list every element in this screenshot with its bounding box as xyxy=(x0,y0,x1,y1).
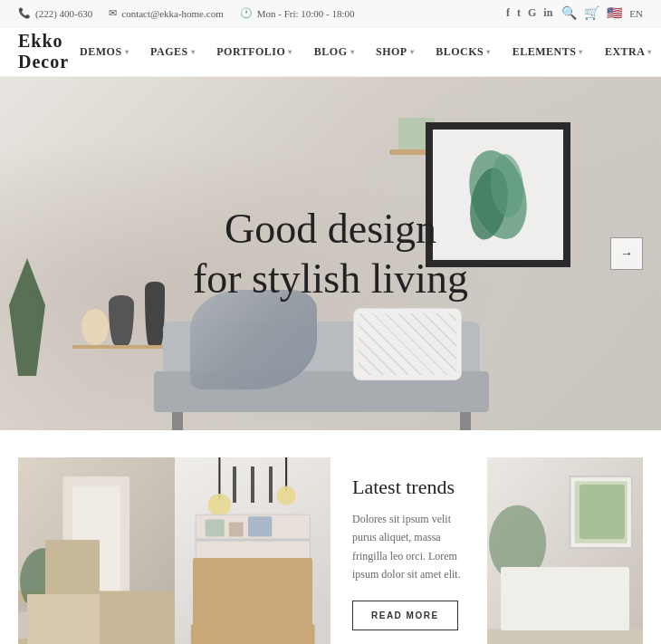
vase-3 xyxy=(81,309,109,345)
trends-description: Dolores sit ipsum velit purus aliquet, m… xyxy=(352,510,465,584)
svg-rect-22 xyxy=(205,519,224,536)
chevron-down-icon: ▾ xyxy=(125,48,129,56)
svg-point-31 xyxy=(581,488,619,536)
chevron-down-icon: ▾ xyxy=(579,48,583,56)
svg-rect-21 xyxy=(196,586,310,589)
phone-item: 📞 (222) 400-630 xyxy=(18,7,92,19)
nav-menu: DEMOS ▾ PAGES ▾ PORTFOLIO ▾ BLOG ▾ SHOP … xyxy=(69,27,661,77)
top-bar: 📞 (222) 400-630 ✉ contact@ekka-home.com … xyxy=(0,0,661,27)
plant-left xyxy=(0,249,54,376)
svg-rect-41 xyxy=(487,630,644,644)
svg-point-39 xyxy=(538,594,543,600)
svg-rect-33 xyxy=(513,577,522,606)
top-bar-right: f t G in 🔍 🛒 🇺🇸 EN xyxy=(506,5,643,21)
svg-point-32 xyxy=(489,505,546,582)
twitter-icon[interactable]: t xyxy=(517,6,521,20)
instagram-icon[interactable]: in xyxy=(543,6,552,20)
clock-icon: 🕐 xyxy=(240,7,253,19)
hero-section: Good design for stylish living → xyxy=(0,77,661,430)
chevron-down-icon: ▾ xyxy=(288,48,292,56)
cart-icon[interactable]: 🛒 xyxy=(584,5,599,21)
blanket xyxy=(190,290,317,389)
chevron-down-icon: ▾ xyxy=(191,48,196,56)
svg-rect-35 xyxy=(517,586,565,607)
bottom-image-2 xyxy=(175,457,331,644)
svg-rect-20 xyxy=(196,562,310,565)
email-icon: ✉ xyxy=(109,7,117,19)
svg-rect-25 xyxy=(190,624,314,644)
site-logo[interactable]: Ekko Decor xyxy=(18,31,69,72)
chevron-down-icon: ▾ xyxy=(350,48,355,56)
nav-item-elements[interactable]: ELEMENTS ▾ xyxy=(502,27,594,77)
svg-rect-29 xyxy=(570,476,631,548)
email-address: contact@ekka-home.com xyxy=(121,8,223,19)
room-image-4 xyxy=(487,457,644,644)
plant-leaf xyxy=(5,258,50,376)
svg-point-15 xyxy=(207,494,230,516)
language-selector[interactable]: EN xyxy=(629,8,643,19)
room-image-1 xyxy=(18,457,175,644)
social-links[interactable]: f t G in xyxy=(506,6,552,20)
leaf-artwork xyxy=(457,145,539,245)
nav-item-portfolio[interactable]: PORTFOLIO ▾ xyxy=(206,27,303,77)
utility-icons: 🔍 🛒 🇺🇸 EN xyxy=(561,5,643,21)
hours-item: 🕐 Mon - Fri: 10:00 - 18:00 xyxy=(240,7,355,19)
nav-item-blocks[interactable]: BLOCKS ▾ xyxy=(425,27,502,77)
trends-title: Latest trends xyxy=(352,476,465,499)
svg-rect-24 xyxy=(247,516,271,536)
main-nav: Ekko Decor DEMOS ▾ PAGES ▾ PORTFOLIO ▾ B… xyxy=(0,27,661,77)
hero-next-arrow[interactable]: → xyxy=(610,237,643,270)
room-image-2 xyxy=(175,457,331,644)
bottom-text-section: Latest trends Dolores sit ipsum velit pu… xyxy=(330,457,487,644)
svg-rect-36 xyxy=(570,586,618,607)
chevron-down-icon: ▾ xyxy=(647,48,652,56)
svg-point-40 xyxy=(590,594,596,600)
svg-rect-34 xyxy=(513,582,622,630)
bottom-image-4 xyxy=(487,457,644,644)
chevron-down-icon: ▾ xyxy=(410,48,415,56)
bottom-image-1 xyxy=(18,457,175,644)
svg-rect-7 xyxy=(18,591,175,644)
facebook-icon[interactable]: f xyxy=(506,6,510,20)
google-icon[interactable]: G xyxy=(528,6,536,20)
business-hours: Mon - Fri: 10:00 - 18:00 xyxy=(257,8,355,19)
svg-rect-26 xyxy=(219,615,286,627)
hero-title: Good design for stylish living xyxy=(193,204,468,303)
sofa xyxy=(163,312,480,430)
phone-number: (222) 400-630 xyxy=(35,8,92,19)
svg-rect-23 xyxy=(228,523,243,537)
svg-rect-37 xyxy=(517,610,565,624)
svg-point-17 xyxy=(276,486,295,505)
nav-item-demos[interactable]: DEMOS ▾ xyxy=(69,27,139,77)
svg-rect-19 xyxy=(196,538,310,541)
sofa-leg-left xyxy=(172,412,183,430)
top-bar-left: 📞 (222) 400-630 ✉ contact@ekka-home.com … xyxy=(18,7,355,19)
nav-item-shop[interactable]: SHOP ▾ xyxy=(365,27,425,77)
vase-2 xyxy=(145,282,165,345)
sofa-leg-right xyxy=(460,412,471,430)
bottom-section: Latest trends Dolores sit ipsum velit pu… xyxy=(0,430,661,644)
bottom-grid: Latest trends Dolores sit ipsum velit pu… xyxy=(18,457,643,639)
email-item: ✉ contact@ekka-home.com xyxy=(109,7,223,19)
svg-rect-11 xyxy=(18,602,34,612)
vase-1 xyxy=(109,295,134,345)
svg-rect-10 xyxy=(18,610,72,639)
nav-item-blog[interactable]: BLOG ▾ xyxy=(303,27,365,77)
nav-item-extra[interactable]: EXTRA ▾ xyxy=(594,27,661,77)
svg-rect-38 xyxy=(570,610,618,624)
search-icon[interactable]: 🔍 xyxy=(561,5,577,21)
pillow-pattern xyxy=(359,313,456,375)
nav-item-pages[interactable]: PAGES ▾ xyxy=(139,27,206,77)
phone-icon: 📞 xyxy=(18,7,31,19)
svg-point-8 xyxy=(20,548,68,615)
hero-text: Good design for stylish living xyxy=(193,204,468,303)
read-more-button[interactable]: READ MORE xyxy=(352,601,458,630)
svg-rect-9 xyxy=(39,605,49,624)
flag-icon: 🇺🇸 xyxy=(607,5,622,21)
pillow xyxy=(353,308,462,380)
chevron-down-icon: ▾ xyxy=(486,48,491,56)
svg-rect-30 xyxy=(574,481,627,543)
